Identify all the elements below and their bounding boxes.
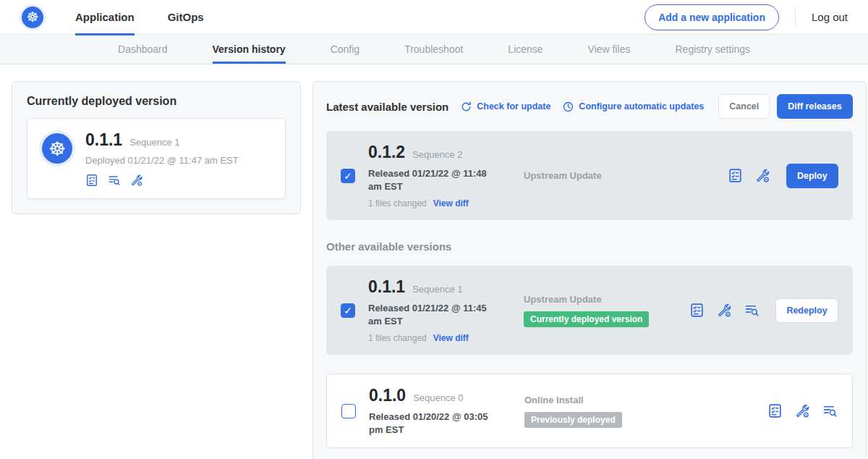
- latest-version-title: Latest available version: [326, 101, 448, 113]
- version-row: 0.1.2 Sequence 2 Released 01/21/22 @ 11:…: [326, 131, 853, 220]
- source-label: Upstream Update: [524, 170, 720, 181]
- deploy-logs-icon[interactable]: [822, 403, 838, 418]
- currently-deployed-panel: Currently deployed version ☸ 0.1.1 Seque…: [12, 81, 301, 214]
- configure-updates-link[interactable]: Configure automatic updates: [562, 101, 704, 113]
- version-sequence: Sequence 2: [412, 149, 462, 160]
- view-diff-link[interactable]: View diff: [433, 333, 469, 343]
- subnav-item-troubleshoot[interactable]: Troubleshoot: [404, 35, 463, 64]
- version-actions: [767, 403, 838, 418]
- cancel-button[interactable]: Cancel: [718, 94, 770, 119]
- release-date: Released 01/20/22 @ 03:05 pm EST: [369, 410, 501, 436]
- subnav-item-config[interactable]: Config: [331, 35, 359, 64]
- release-notes-icon[interactable]: [767, 403, 783, 418]
- deployed-sequence-label: Sequence 1: [129, 137, 179, 148]
- files-changed-label: 1 files changed: [368, 333, 427, 343]
- release-date: Released 01/21/22 @ 11:45 am EST: [368, 302, 500, 327]
- deployed-version-number: 0.1.1: [85, 130, 122, 150]
- kubernetes-logo-icon[interactable]: ☸: [22, 7, 43, 28]
- check-for-update-link[interactable]: Check for update: [460, 101, 550, 113]
- version-number: 0.1.0: [369, 386, 406, 405]
- version-info: 0.1.1 Sequence 1 Released 01/21/22 @ 11:…: [368, 277, 524, 343]
- version-info: 0.1.2 Sequence 2 Released 01/21/22 @ 11:…: [368, 143, 524, 209]
- version-select-checkbox[interactable]: [341, 303, 355, 318]
- redeploy-button[interactable]: Redeploy: [775, 298, 838, 323]
- subnav-item-view-files[interactable]: View files: [588, 35, 631, 64]
- version-actions: Deploy: [728, 164, 838, 188]
- top-navbar: ☸ Application GitOps Add a new applicati…: [0, 0, 868, 35]
- check-for-update-label: Check for update: [477, 101, 550, 111]
- deployed-version-info: 0.1.1 Sequence 1 Deployed 01/21/22 @ 11:…: [85, 130, 239, 187]
- refresh-icon: [460, 101, 472, 113]
- version-row: 0.1.1 Sequence 1 Released 01/21/22 @ 11:…: [326, 266, 853, 355]
- app-subnav: Dashboard Version history Config Trouble…: [0, 35, 868, 64]
- version-actions: Redeploy: [689, 298, 838, 323]
- configure-updates-label: Configure automatic updates: [579, 101, 704, 111]
- nav-tab-gitops[interactable]: GitOps: [168, 0, 204, 35]
- subnav-item-dashboard[interactable]: Dashboard: [118, 35, 168, 64]
- version-info: 0.1.0 Sequence 0 Released 01/20/22 @ 03:…: [369, 386, 524, 436]
- subnav-item-version-history[interactable]: Version history: [213, 35, 286, 64]
- subnav-item-license[interactable]: License: [508, 35, 542, 64]
- deploy-logs-icon[interactable]: [744, 303, 760, 318]
- version-select-checkbox[interactable]: [341, 169, 355, 183]
- subnav-item-registry-settings[interactable]: Registry settings: [676, 35, 750, 64]
- edit-config-icon[interactable]: [717, 303, 732, 318]
- nav-tab-application[interactable]: Application: [75, 0, 135, 35]
- version-source: Upstream Update: [524, 170, 728, 181]
- release-notes-icon[interactable]: [689, 303, 705, 318]
- diff-summary: 1 files changed View diff: [368, 333, 524, 343]
- deployed-version-card: ☸ 0.1.1 Sequence 1 Deployed 01/21/22 @ 1…: [27, 118, 286, 199]
- release-date: Released 01/21/22 @ 11:48 am EST: [368, 167, 500, 193]
- view-diff-link[interactable]: View diff: [433, 198, 469, 209]
- source-label: Online Install: [524, 395, 760, 405]
- other-versions-heading: Other available versions: [326, 240, 853, 253]
- primary-nav: Application GitOps: [75, 0, 237, 35]
- version-source: Online Install Previously deployed: [524, 395, 767, 428]
- main-content: Currently deployed version ☸ 0.1.1 Seque…: [0, 64, 868, 459]
- version-number: 0.1.1: [368, 277, 405, 297]
- clock-icon: [562, 101, 574, 113]
- version-row: 0.1.0 Sequence 0 Released 01/20/22 @ 03:…: [326, 374, 853, 448]
- navbar-divider: [795, 8, 796, 27]
- deployed-date: Deployed 01/21/22 @ 11:47 am EST: [85, 155, 239, 166]
- navbar-right: Add a new application Log out: [644, 4, 848, 30]
- latest-version-header: Latest available version Check for updat…: [326, 93, 853, 119]
- version-history-panel: Latest available version Check for updat…: [312, 81, 867, 459]
- previously-deployed-badge: Previously deployed: [524, 412, 622, 428]
- logout-link[interactable]: Log out: [812, 11, 848, 23]
- edit-config-icon[interactable]: [795, 403, 810, 418]
- release-notes-icon[interactable]: [728, 168, 743, 183]
- version-sequence: Sequence 0: [413, 392, 463, 403]
- app-logo-icon: ☸: [42, 133, 72, 164]
- version-select-checkbox[interactable]: [341, 404, 356, 418]
- currently-deployed-badge: Currently deployed version: [524, 311, 649, 327]
- deployed-action-icons: [85, 174, 239, 187]
- deploy-button[interactable]: Deploy: [786, 164, 838, 188]
- edit-config-icon[interactable]: [130, 174, 143, 187]
- deployed-panel-title: Currently deployed version: [27, 95, 286, 108]
- version-source: Upstream Update Currently deployed versi…: [524, 294, 689, 327]
- release-notes-icon[interactable]: [85, 174, 98, 187]
- files-changed-label: 1 files changed: [368, 198, 427, 209]
- version-sequence: Sequence 1: [412, 284, 462, 295]
- add-application-button[interactable]: Add a new application: [644, 4, 779, 30]
- diff-releases-button[interactable]: Diff releases: [777, 94, 852, 119]
- source-label: Upstream Update: [524, 294, 682, 305]
- edit-config-icon[interactable]: [755, 168, 770, 183]
- diff-summary: 1 files changed View diff: [368, 198, 524, 209]
- deploy-logs-icon[interactable]: [108, 174, 121, 187]
- version-number: 0.1.2: [368, 143, 405, 162]
